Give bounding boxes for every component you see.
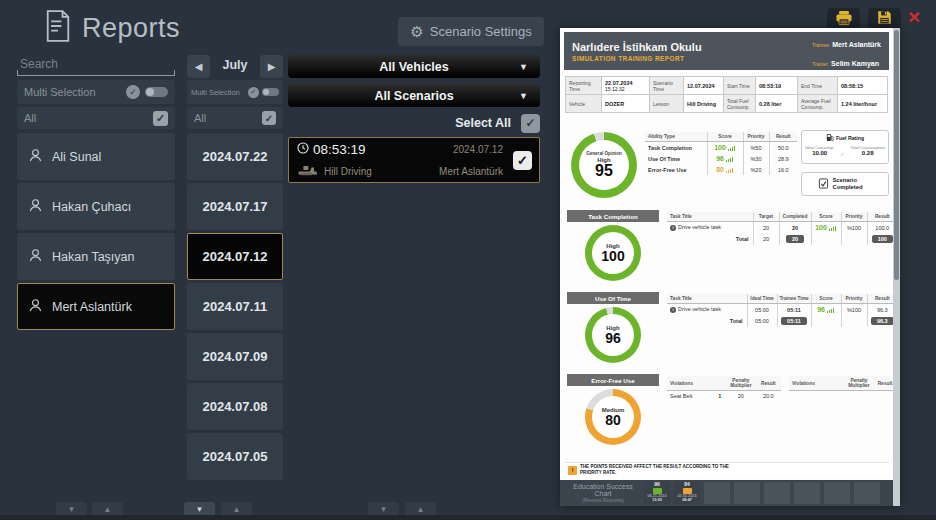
check-circle-icon: ✓ — [248, 87, 259, 98]
scenario-completed-label: Scenario Completed — [833, 177, 873, 191]
info-value: 22.07.202415:12:32 — [602, 77, 650, 95]
trainer-name: Selim Kamyan — [831, 60, 879, 67]
time-table: Task TitleIdeal TimeTrainee TimeScorePri… — [667, 294, 897, 327]
all-dates-row[interactable]: All ✓ — [187, 107, 283, 129]
chevron-down-icon: ▼ — [519, 91, 528, 101]
task-completion-section: Task Completion High 100 Task TitleTarge… — [565, 210, 889, 286]
trainee-item[interactable]: Hakan Çuhacı — [17, 183, 175, 230]
report-school-title: Narlıdere İstihkam Okulu — [572, 41, 702, 53]
person-icon — [28, 298, 43, 316]
entry-checkbox[interactable]: ✓ — [513, 151, 532, 170]
use-of-time-badge: Use Of Time — [567, 292, 659, 304]
info-label: Reporting Time — [566, 77, 602, 95]
entry-time: 08:53:19 — [313, 142, 366, 157]
chart-title: Education Success Chart — [566, 483, 640, 497]
date-item[interactable]: 2024.07.11 — [187, 283, 283, 330]
info-label: Average Fuel Consump. — [798, 95, 838, 113]
person-icon — [28, 148, 43, 166]
trainee-name: Hakan Taşıyan — [52, 250, 134, 264]
fuel-pump-icon — [826, 133, 834, 143]
trainee-name: Ali Sunal — [52, 150, 101, 164]
chart-slot-empty — [854, 482, 880, 504]
error-free-use-section: Error-Free Use Medium 80 ViolationsPenal… — [565, 374, 889, 458]
scenarios-dropdown-value: All Scenarios — [374, 89, 453, 103]
chart-subtitle: (Recent Reports) — [566, 497, 640, 503]
task-table: Task TitleTargetCompletedScorePriorityRe… — [667, 212, 897, 245]
date-item[interactable]: 2024.07.09 — [187, 333, 283, 380]
general-opinion-gauge: General Opinion High 95 — [571, 132, 637, 198]
all-dates-checkbox[interactable]: ✓ — [262, 111, 276, 125]
save-icon — [877, 10, 892, 29]
trainee-item[interactable]: Ali Sunal — [17, 133, 175, 180]
all-label: All — [194, 112, 262, 124]
search-input[interactable] — [17, 55, 175, 75]
task-completion-badge: Task Completion — [567, 210, 659, 222]
entry-lesson: Hill Driving — [324, 166, 372, 177]
date-item[interactable]: 2024.07.12 — [187, 233, 283, 280]
search-field[interactable] — [17, 54, 175, 76]
date-item[interactable]: 2024.07.17 — [187, 183, 283, 230]
date-item[interactable]: 2024.07.08 — [187, 383, 283, 430]
scenario-settings-label: Scenario Settings — [430, 24, 532, 39]
info-label: Start Time — [724, 77, 756, 95]
violations-table-left: ViolationsPenalty MultiplierResultSeat B… — [667, 376, 781, 401]
scenario-completed-icon — [818, 175, 829, 193]
date-item[interactable]: 2024.07.22 — [187, 133, 283, 180]
multi-selection-label: Multi Selection — [191, 88, 245, 97]
trainee-name: Mert Aslantürk — [832, 41, 881, 48]
toggle-switch-icon[interactable] — [262, 88, 279, 96]
report-scrollbar[interactable] — [893, 28, 900, 506]
report-footnote: ! THE POINTS RECEIVED AFFECT THE RESULT … — [565, 462, 889, 477]
month-label: July — [212, 58, 258, 72]
entry-date: 2024.07.12 — [453, 144, 503, 155]
fuel-rating-box: Fuel Rating Ideal Consump.10.00 ✓ Total … — [801, 130, 889, 164]
scenarios-dropdown[interactable]: All Scenarios ▼ — [288, 84, 540, 107]
select-all-checkbox[interactable]: ✓ — [521, 114, 540, 133]
all-trainees-checkbox[interactable]: ✓ — [153, 111, 168, 126]
prev-month-button[interactable]: ◀ — [187, 55, 210, 78]
vehicles-dropdown[interactable]: All Vehicles ▼ — [288, 55, 540, 78]
trainee-label: Trainee: — [812, 42, 830, 48]
clock-icon — [297, 142, 309, 157]
multi-selection-toggle-dates[interactable]: Multi Selection ✓ — [187, 80, 283, 104]
chart-slot: 9606.21.202413:03 — [644, 482, 670, 504]
select-all-label: Select All — [455, 116, 511, 130]
education-success-chart: Education Success Chart (Recent Reports)… — [560, 480, 900, 506]
general-opinion-section: General Opinion High 95 Ability TypeScor… — [565, 128, 889, 206]
check-icon: ✓ — [840, 151, 844, 157]
info-label: Lesson — [650, 95, 684, 113]
report-preview-panel: Narlıdere İstihkam Okulu SIMULATION TRAI… — [560, 28, 900, 506]
toggle-switch-icon[interactable] — [145, 87, 168, 97]
report-subtitle: SIMULATION TRAINING REPORT — [572, 55, 702, 62]
scenario-settings-button[interactable]: ⚙ Scenario Settings — [398, 17, 544, 46]
vehicles-dropdown-value: All Vehicles — [379, 60, 448, 74]
info-value: 0.28 liter — [756, 95, 798, 113]
chart-slot-empty — [794, 482, 820, 504]
task-completion-gauge: High 100 — [585, 225, 641, 281]
chevron-down-icon: ▼ — [519, 62, 528, 72]
info-value: 12.07.2024 — [684, 77, 724, 95]
info-value: 08:58:15 — [838, 77, 888, 95]
fuel-rating-title: Fuel Rating — [836, 135, 864, 141]
date-item[interactable]: 2024.07.05 — [187, 433, 283, 480]
multi-selection-toggle-trainees[interactable]: Multi Selection ✓ — [17, 80, 175, 104]
info-value: 1.24 liter/hour — [838, 95, 888, 113]
trainee-item[interactable]: Hakan Taşıyan — [17, 233, 175, 280]
all-trainees-row[interactable]: All ✓ — [17, 107, 175, 129]
info-label: Total Fuel Consump. — [724, 95, 756, 113]
report-entry-card[interactable]: 08:53:19 2024.07.12 Hill Driving Mert As… — [288, 137, 540, 183]
info-label: End Time — [798, 77, 838, 95]
dozer-icon — [297, 164, 318, 178]
multi-selection-label: Multi Selection — [24, 86, 121, 98]
chart-slot: 8402.01.202408:47 — [674, 482, 700, 504]
person-icon — [28, 198, 43, 216]
ability-table: Ability TypeScorePriorityResultTask Comp… — [645, 132, 797, 175]
trainee-item[interactable]: Mert Aslantürk — [17, 283, 175, 330]
close-icon[interactable]: × — [908, 6, 920, 27]
bottom-edge — [0, 515, 936, 520]
next-month-button[interactable]: ▶ — [260, 55, 283, 78]
info-value: Hill Driving — [684, 95, 724, 113]
printer-icon — [835, 10, 853, 30]
page-title: Reports — [82, 13, 180, 44]
trainee-name: Hakan Çuhacı — [52, 200, 131, 214]
